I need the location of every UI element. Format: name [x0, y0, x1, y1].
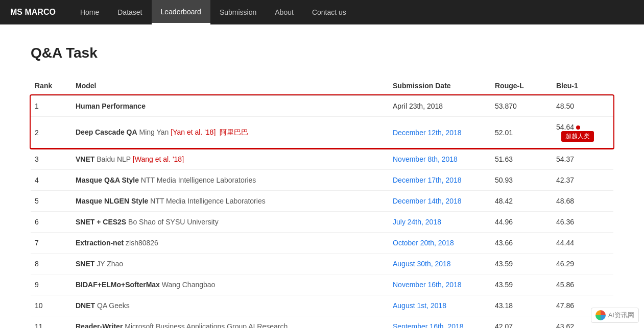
page-title: Q&A Task: [31, 45, 613, 61]
cell-bleu: 46.36: [552, 212, 613, 233]
cell-bleu: 54.37: [552, 148, 613, 170]
nav-item-submission[interactable]: Submission: [210, 0, 266, 24]
exceeds-human-badge: 超越人类: [561, 131, 594, 142]
model-org: NTT Media Intelligence Laboratories: [139, 176, 256, 184]
cell-bleu: 54.64超越人类: [552, 117, 613, 149]
cell-date[interactable]: August 30th, 2018: [389, 254, 491, 274]
cell-model: Masque NLGEN Style NTT Media Intelligenc…: [71, 191, 389, 212]
cell-rouge: 43.66: [491, 233, 552, 254]
model-name: Human Performance: [76, 102, 146, 110]
cell-model: DNET QA Geeks: [71, 295, 389, 316]
cell-rank: 6: [31, 212, 71, 233]
leaderboard-table-wrapper: Rank Model Submission Date Rouge-L Bleu-…: [31, 77, 613, 328]
nav-item-contact[interactable]: Contact us: [303, 0, 355, 24]
model-name: Deep Cascade QA: [76, 128, 137, 136]
table-row: 7Extraction-net zlsh80826October 20th, 2…: [31, 233, 613, 254]
nav-items: Home Dataset Leaderboard Submission Abou…: [71, 0, 355, 24]
cell-model: VNET Baidu NLP [Wang et al. '18]: [71, 148, 389, 170]
cell-rouge: 51.63: [491, 148, 552, 170]
cell-rouge: 42.07: [491, 316, 552, 329]
model-name: DNET: [76, 301, 95, 310]
model-name: Reader-Writer: [76, 322, 123, 328]
cell-rank: 3: [31, 148, 71, 170]
model-org: Baidu NLP: [94, 155, 132, 163]
table-header: Rank Model Submission Date Rouge-L Bleu-…: [31, 77, 613, 95]
cell-date[interactable]: December 12th, 2018: [389, 117, 491, 149]
col-header-date: Submission Date: [389, 77, 491, 95]
cell-date: April 23th, 2018: [389, 95, 491, 117]
cell-model: Extraction-net zlsh80826: [71, 233, 389, 254]
cell-bleu: 44.44: [552, 233, 613, 254]
cell-rank: 11: [31, 316, 71, 329]
cell-date[interactable]: July 24th, 2018: [389, 212, 491, 233]
cell-date[interactable]: October 20th, 2018: [389, 233, 491, 254]
watermark: AI资讯网: [591, 308, 639, 323]
table-row: 4Masque Q&A Style NTT Media Intelligence…: [31, 170, 613, 191]
nav-item-home[interactable]: Home: [71, 0, 108, 24]
cell-bleu: 46.29: [552, 254, 613, 274]
watermark-text: AI资讯网: [608, 311, 634, 320]
navbar: MS MARCO Home Dataset Leaderboard Submis…: [0, 0, 644, 24]
exceeds-human-dot: [576, 125, 580, 130]
table-row: 3VNET Baidu NLP [Wang et al. '18]Novembe…: [31, 148, 613, 170]
model-paper-link[interactable]: [Wang et al. '18]: [133, 155, 184, 163]
model-name: Extraction-net: [76, 239, 124, 247]
table-row: 10DNET QA GeeksAugust 1st, 201843.1847.8…: [31, 295, 613, 316]
cell-rouge: 43.59: [491, 274, 552, 295]
watermark-icon: [595, 310, 606, 320]
cell-model: BIDAF+ELMo+SofterMax Wang Changbao: [71, 274, 389, 295]
cell-date[interactable]: December 17th, 2018: [389, 170, 491, 191]
nav-item-leaderboard[interactable]: Leaderboard: [152, 0, 210, 24]
table-row: 8SNET JY ZhaoAugust 30th, 201843.5946.29: [31, 254, 613, 274]
model-org: JY Zhao: [94, 260, 123, 268]
nav-item-dataset[interactable]: Dataset: [108, 0, 151, 24]
model-name: BIDAF+ELMo+SofterMax: [76, 281, 160, 289]
cell-rank: 4: [31, 170, 71, 191]
table-row: 6SNET + CES2S Bo Shao of SYSU University…: [31, 212, 613, 233]
model-name: SNET + CES2S: [76, 218, 126, 226]
cell-model: Deep Cascade QA Ming Yan [Yan et al. '18…: [71, 117, 389, 149]
cell-date[interactable]: August 1st, 2018: [389, 295, 491, 316]
cell-date[interactable]: September 16th, 2018: [389, 316, 491, 329]
cell-rank: 9: [31, 274, 71, 295]
cell-rouge: 43.18: [491, 295, 552, 316]
cell-rouge: 44.96: [491, 212, 552, 233]
table-row: 11Reader-Writer Microsoft Business Appli…: [31, 316, 613, 329]
model-org: QA Geeks: [95, 301, 130, 310]
col-header-bleu: Bleu-1: [552, 77, 613, 95]
cell-date[interactable]: November 16th, 2018: [389, 274, 491, 295]
model-name: VNET: [76, 155, 94, 163]
cell-rouge: 53.870: [491, 95, 552, 117]
model-org: Ming Yan: [137, 128, 171, 136]
cell-bleu: 48.68: [552, 191, 613, 212]
model-paper-link[interactable]: [Yan et al. '18]: [171, 128, 216, 136]
main-content: Q&A Task Rank Model Submission Date Roug…: [0, 24, 644, 328]
nav-item-about[interactable]: About: [266, 0, 303, 24]
cell-rank: 5: [31, 191, 71, 212]
cell-bleu: 45.86: [552, 274, 613, 295]
table-row: 9BIDAF+ELMo+SofterMax Wang ChangbaoNovem…: [31, 274, 613, 295]
cell-model: Human Performance: [71, 95, 389, 117]
cell-rouge: 43.59: [491, 254, 552, 274]
model-name: Masque Q&A Style: [76, 176, 139, 184]
cell-rank: 8: [31, 254, 71, 274]
model-org: NTT Media Intelligence Laboratories: [148, 197, 265, 205]
leaderboard-table: Rank Model Submission Date Rouge-L Bleu-…: [31, 77, 613, 328]
brand-logo: MS MARCO: [10, 8, 56, 17]
model-org: Bo Shao of SYSU University: [126, 218, 219, 226]
cell-date[interactable]: November 8th, 2018: [389, 148, 491, 170]
cell-bleu: 42.37: [552, 170, 613, 191]
model-org-link[interactable]: 阿里巴巴: [220, 128, 248, 136]
cell-model: Masque Q&A Style NTT Media Intelligence …: [71, 170, 389, 191]
cell-model: SNET + CES2S Bo Shao of SYSU University: [71, 212, 389, 233]
table-row: 1Human PerformanceApril 23th, 201853.870…: [31, 95, 613, 117]
cell-rouge: 50.93: [491, 170, 552, 191]
cell-rank: 7: [31, 233, 71, 254]
cell-model: SNET JY Zhao: [71, 254, 389, 274]
cell-date[interactable]: December 14th, 2018: [389, 191, 491, 212]
model-name: SNET: [76, 260, 94, 268]
cell-rouge: 52.01: [491, 117, 552, 149]
cell-rank: 1: [31, 95, 71, 117]
table-row: 5Masque NLGEN Style NTT Media Intelligen…: [31, 191, 613, 212]
model-org: Microsoft Business Applications Group AI…: [123, 322, 288, 328]
